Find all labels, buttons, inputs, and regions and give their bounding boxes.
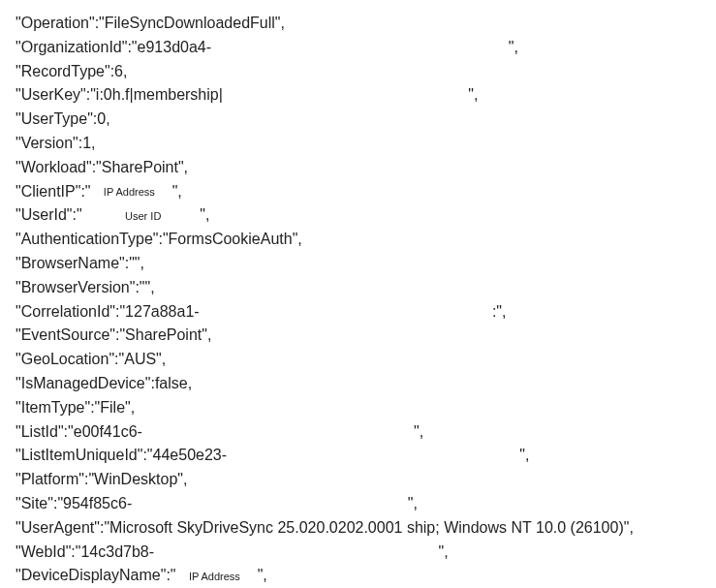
log-line: "CorrelationId":"127a88a1- :",	[16, 300, 708, 325]
log-line: "UserKey":"i:0h.f|membership| ",	[16, 83, 708, 108]
log-line: "WebId":"14c3d7b8- ",	[16, 541, 708, 565]
log-line: "BrowserVersion":"",	[16, 276, 708, 300]
log-line: "AuthenticationType":"FormsCookieAuth",	[16, 228, 708, 252]
log-line: "Site":"954f85c6- ",	[16, 492, 708, 516]
log-line: "RecordType":6,	[16, 60, 708, 84]
redacted-placeholder: IP Address	[104, 184, 155, 201]
log-line: "ItemType":"File",	[16, 396, 708, 420]
log-line: "GeoLocation":"AUS",	[16, 348, 708, 372]
log-line: "Platform":"WinDesktop",	[16, 468, 708, 492]
json-log-block: "Operation":"FileSyncDownloadedFull","Or…	[0, 0, 716, 588]
log-line: "UserType":0,	[16, 108, 708, 132]
log-line: "Operation":"FileSyncDownloadedFull",	[16, 12, 708, 36]
log-line: "IsManagedDevice":false,	[16, 372, 708, 396]
log-line: "UserAgent":"Microsoft SkyDriveSync 25.0…	[16, 516, 708, 541]
log-line: "UserId":" User ID ",	[16, 203, 708, 228]
log-line: "OrganizationId":"e913d0a4- ",	[16, 36, 708, 60]
log-line: "Version":1,	[16, 132, 708, 156]
redacted-placeholder: IP Address	[189, 569, 240, 585]
log-line: "Workload":"SharePoint",	[16, 156, 708, 180]
log-line: "EventSource":"SharePoint",	[16, 324, 708, 348]
redacted-placeholder: User ID	[125, 208, 161, 225]
log-line: "ListItemUniqueId":"44e50e23- ",	[16, 444, 708, 468]
log-line: "ListId":"e00f41c6- ",	[16, 420, 708, 445]
log-line: "BrowserName":"",	[16, 252, 708, 276]
log-line: "DeviceDisplayName":" IP Address ",	[16, 564, 708, 588]
log-line: "ClientIP":" IP Address ",	[16, 180, 708, 204]
